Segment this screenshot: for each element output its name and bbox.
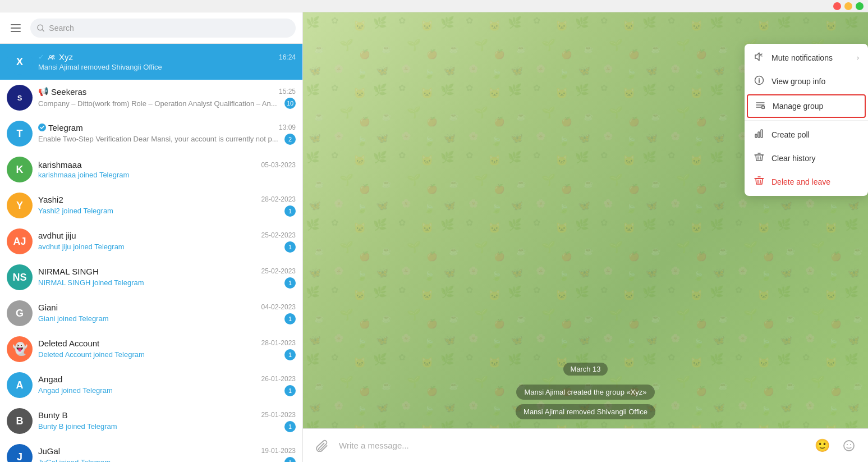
chat-item-seekeras[interactable]: S 📢Seekeras 15:25 Company – Ditto(work f… [0, 80, 302, 116]
menu-item-manage-group[interactable]: Manage group [747, 94, 866, 118]
chat-preview: Yashi2 joined Telegram [38, 207, 282, 215]
chat-name: Angad [38, 374, 62, 384]
chat-name: karishmaaa [38, 160, 82, 170]
search-box[interactable] [30, 19, 296, 38]
chat-time: 28-02-2023 [261, 195, 296, 203]
chat-item-giani[interactable]: G Giani 04-02-2023 Giani joined Telegram… [0, 295, 302, 331]
search-input[interactable] [49, 24, 289, 33]
emoji-button[interactable]: 🙂 [812, 436, 832, 456]
chat-item-yashi2[interactable]: Y Yashi2 28-02-2023 Yashi2 joined Telegr… [0, 187, 302, 223]
menu-item-clear-history[interactable]: Clear history [745, 147, 868, 170]
badge: 2 [284, 134, 296, 145]
chat-item-deleted[interactable]: 👻 Deleted Account 28-01-2023 Deleted Acc… [0, 331, 302, 367]
badge: 1 [284, 457, 296, 463]
chat-preview: avdhut jiju joined Telegram [38, 243, 282, 251]
chat-time: 16:24 [279, 53, 296, 61]
megaphone-icon: 📢 [38, 86, 49, 97]
chat-content: Angad 26-01-2023 Angad joined Telegram 1 [38, 374, 296, 396]
chat-time: 25-02-2023 [261, 267, 296, 275]
sidebar: X ✓Xyz 16:24 Mansi Ajimal removed Shivan… [0, 12, 303, 462]
system-msg-bubble-1: Mansi Ajimal created the group «Xyz» [516, 385, 654, 400]
chat-name: Yashi2 [38, 195, 63, 204]
svg-rect-1 [11, 28, 21, 29]
chat-content: Telegram 13:09 Enable Two-Step Verificat… [38, 123, 296, 145]
avatar: Y [7, 193, 33, 218]
chat-preview: Bunty B joined Telegram [38, 422, 282, 431]
chat-content: JuGal 19-01-2023 JuGal joined Telegram 1 [38, 446, 296, 463]
poll-icon [754, 131, 764, 140]
menu-icon [754, 75, 765, 88]
sticker-button[interactable] [839, 436, 859, 456]
chat-item-angad[interactable]: A Angad 26-01-2023 Angad joined Telegram… [0, 367, 302, 403]
system-message-2: Mansi Ajimal removed Shivangii Office [312, 404, 859, 419]
svg-point-27 [850, 444, 851, 445]
chat-name: ✓Xyz [38, 52, 73, 62]
badge: 1 [284, 241, 296, 253]
chat-content: Deleted Account 28-01-2023 Deleted Accou… [38, 339, 296, 360]
menu-divider [745, 120, 868, 121]
chat-content: Bunty B 25-01-2023 Bunty B joined Telegr… [38, 410, 296, 432]
menu-item-delete-leave[interactable]: Delete and leave [745, 170, 868, 194]
chat-preview: Angad joined Telegram [38, 386, 282, 395]
chat-preview: Deleted Account joined Telegram [38, 350, 282, 359]
badge: 1 [284, 277, 296, 289]
attach-button[interactable] [312, 436, 332, 456]
svg-point-4 [49, 56, 52, 58]
badge: 1 [284, 385, 296, 396]
title-bar [0, 0, 868, 12]
chat-time: 05-03-2023 [261, 161, 296, 169]
chat-item-nirmal[interactable]: NS NIRMAL SINGH 25-02-2023 NIRMAL SINGH … [0, 259, 302, 295]
avatar: B [7, 408, 33, 434]
menu-label: Clear history [771, 154, 816, 163]
minimize-button[interactable] [844, 2, 852, 10]
system-message-1: Mansi Ajimal created the group «Xyz» [312, 385, 859, 400]
badge: 1 [284, 349, 296, 360]
avatar: NS [7, 264, 33, 290]
chat-time: 15:25 [279, 88, 296, 95]
chat-item-avdhut[interactable]: AJ avdhut jiju 25-02-2023 avdhut jiju jo… [0, 223, 302, 259]
chat-name: Telegram [38, 123, 83, 132]
menu-item-create-poll[interactable]: Create poll [745, 123, 868, 147]
menu-item-view-group-info[interactable]: View group info [745, 70, 868, 93]
avatar: 👻 [7, 336, 33, 362]
chat-preview: karishmaaa joined Telegram [38, 171, 296, 179]
badge: 1 [284, 421, 296, 432]
check-icon: ✓ [38, 53, 44, 61]
sidebar-header [0, 12, 302, 44]
svg-point-5 [53, 55, 54, 57]
date-divider: March 13 [312, 363, 859, 376]
chat-time: 26-01-2023 [261, 375, 296, 383]
chat-item-jugal[interactable]: J JuGal 19-01-2023 JuGal joined Telegram… [0, 439, 302, 462]
chat-preview: Company – Ditto(work from) Role – Operat… [38, 99, 282, 108]
maximize-button[interactable] [856, 2, 864, 10]
manage-icon [755, 102, 765, 112]
hamburger-button[interactable] [7, 19, 25, 37]
info-icon [754, 77, 764, 87]
avatar: A [7, 372, 33, 398]
chat-time: 19-01-2023 [261, 447, 296, 455]
group-icon [48, 54, 56, 61]
menu-item-mute[interactable]: Mute notifications › [745, 46, 868, 70]
menu-label: Delete and leave [771, 177, 830, 186]
dropdown-menu: Mute notifications › View group info Man… [745, 44, 868, 196]
chat-content: NIRMAL SINGH 25-02-2023 NIRMAL SINGH joi… [38, 267, 296, 289]
chat-content: Yashi2 28-02-2023 Yashi2 joined Telegram… [38, 195, 296, 217]
message-input[interactable] [339, 441, 805, 450]
svg-point-26 [847, 444, 848, 445]
svg-rect-0 [11, 24, 21, 25]
menu-label: Mute notifications [771, 53, 833, 62]
chat-name: Deleted Account [38, 339, 99, 348]
chat-item-buntyb[interactable]: B Bunty B 25-01-2023 Bunty B joined Tele… [0, 403, 302, 439]
chat-content: Giani 04-02-2023 Giani joined Telegram 1 [38, 303, 296, 324]
chat-item-xyz[interactable]: X ✓Xyz 16:24 Mansi Ajimal removed Shivan… [0, 44, 302, 80]
close-button[interactable] [833, 2, 841, 10]
chat-item-karishmaaa[interactable]: K karishmaaa 05-03-2023 karishmaaa joine… [0, 152, 302, 187]
menu-label: Manage group [773, 102, 823, 111]
menu-icon [754, 129, 765, 141]
avatar: S [7, 85, 33, 111]
chat-item-telegram[interactable]: T Telegram 13:09 Enable Two-Step Verific… [0, 116, 302, 152]
chat-preview: JuGal joined Telegram [38, 458, 282, 462]
avatar: J [7, 444, 33, 462]
chat-preview: NIRMAL SINGH joined Telegram [38, 278, 282, 287]
avatar: K [7, 157, 33, 182]
